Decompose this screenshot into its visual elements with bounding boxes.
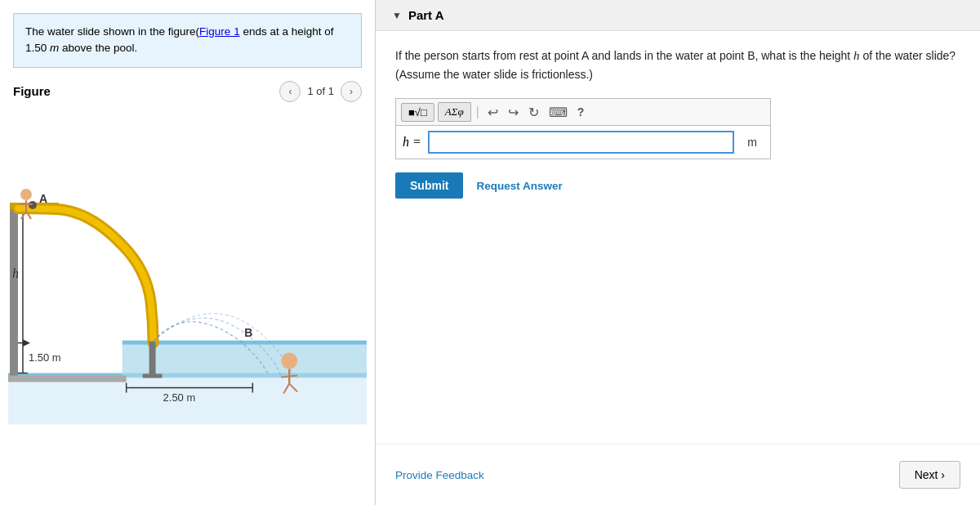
matrix-sqrt-btn[interactable]: ■√□ xyxy=(401,103,434,122)
svg-rect-19 xyxy=(143,373,163,378)
prev-figure-btn[interactable]: ‹ xyxy=(279,81,301,102)
svg-text:1.50 m: 1.50 m xyxy=(29,351,61,363)
svg-rect-6 xyxy=(8,375,127,382)
part-header-arrow: ▼ xyxy=(392,10,402,21)
keyboard-btn[interactable]: ⌨ xyxy=(546,103,571,122)
redo-btn[interactable]: ↪ xyxy=(505,103,522,122)
answer-unit: m xyxy=(741,132,764,152)
svg-rect-18 xyxy=(149,341,156,375)
question-text: If the person starts from rest at point … xyxy=(395,46,960,83)
input-area-wrapper: ■√□ ΑΣφ | ↩ ↪ ↻ ⌨ ? xyxy=(395,98,771,159)
question-text-before: If the person starts from rest at point … xyxy=(395,49,853,62)
svg-rect-5 xyxy=(10,204,18,380)
next-figure-btn[interactable]: › xyxy=(341,81,362,102)
page-indicator: 1 of 1 xyxy=(307,85,334,97)
figure-link[interactable]: Figure 1 xyxy=(199,25,240,38)
left-panel: The water slide shown in the figure(Figu… xyxy=(0,0,376,505)
submit-btn[interactable]: Submit xyxy=(395,172,463,199)
right-panel: ▼ Part A If the person starts from rest … xyxy=(376,0,980,505)
redo-icon: ↪ xyxy=(508,105,519,119)
svg-text:h: h xyxy=(12,266,19,279)
help-icon: ? xyxy=(577,105,585,118)
undo-btn[interactable]: ↩ xyxy=(484,103,501,122)
undo-icon: ↩ xyxy=(488,105,498,119)
refresh-btn[interactable]: ↻ xyxy=(525,103,542,122)
keyboard-icon: ⌨ xyxy=(549,105,568,119)
svg-point-23 xyxy=(281,352,297,369)
problem-text-box: The water slide shown in the figure(Figu… xyxy=(13,13,362,68)
provide-feedback-link[interactable]: Provide Feedback xyxy=(395,469,484,481)
svg-text:B: B xyxy=(244,325,252,338)
figure-header: Figure ‹ 1 of 1 › xyxy=(0,76,375,107)
refresh-icon: ↻ xyxy=(528,105,539,119)
svg-rect-3 xyxy=(122,342,367,378)
svg-rect-4 xyxy=(122,340,367,344)
figure-svg: h 1.50 m 2.50 m A B xyxy=(8,107,367,498)
answer-input-wrapper xyxy=(428,131,735,154)
bottom-row: Provide Feedback Next › xyxy=(376,444,980,505)
svg-text:A: A xyxy=(39,192,47,205)
greek-symbols-icon: ΑΣφ xyxy=(445,105,464,118)
svg-point-28 xyxy=(20,189,32,200)
svg-text:2.50 m: 2.50 m xyxy=(163,391,196,404)
figure-illustration: h 1.50 m 2.50 m A B xyxy=(0,107,375,506)
matrix-sqrt-icon: ■√□ xyxy=(408,106,427,118)
answer-row: h = m xyxy=(395,125,771,159)
toolbar-sep1: | xyxy=(476,105,479,119)
h-variable: h xyxy=(853,49,860,62)
action-row: Submit Request Answer xyxy=(395,172,960,199)
help-btn[interactable]: ? xyxy=(574,104,588,120)
part-header: ▼ Part A xyxy=(376,0,980,31)
part-content: If the person starts from rest at point … xyxy=(376,31,980,444)
answer-label: h = xyxy=(403,135,421,150)
answer-input[interactable] xyxy=(430,132,733,152)
figure-title: Figure xyxy=(13,84,51,98)
part-label: Part A xyxy=(408,8,444,22)
input-toolbar: ■√□ ΑΣφ | ↩ ↪ ↻ ⌨ ? xyxy=(395,98,771,125)
next-btn[interactable]: Next › xyxy=(899,461,960,489)
request-answer-link[interactable]: Request Answer xyxy=(476,180,562,192)
figure-nav: ‹ 1 of 1 › xyxy=(279,81,362,102)
problem-text-before-link: The water slide shown in the figure( xyxy=(25,25,199,38)
greek-symbols-btn[interactable]: ΑΣφ xyxy=(438,102,471,122)
